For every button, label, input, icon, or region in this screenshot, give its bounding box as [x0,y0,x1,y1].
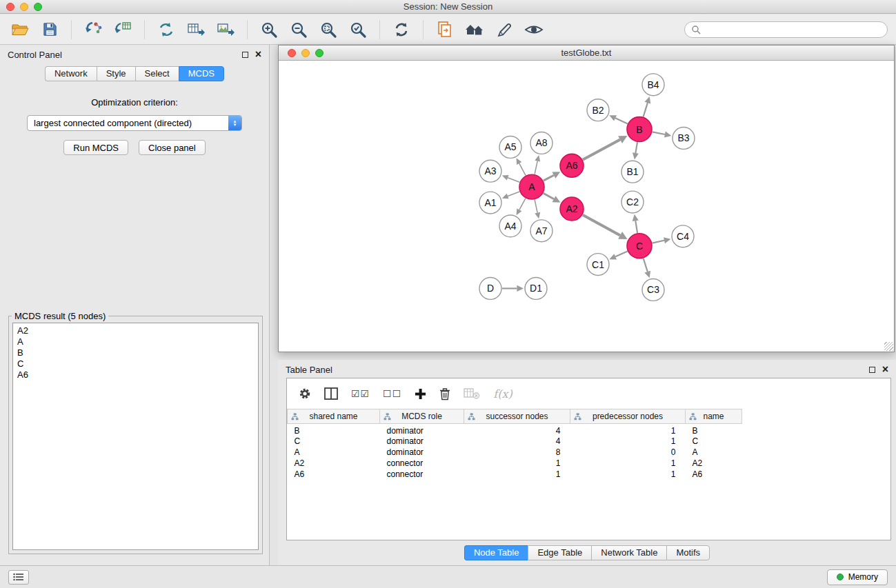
tab-select[interactable]: Select [135,66,179,81]
table-row[interactable]: A2connector11A2 [288,458,891,469]
graph-node[interactable]: B [627,117,652,142]
graph-edge[interactable] [544,172,560,181]
result-item[interactable]: A6 [17,369,254,381]
table-cell[interactable]: 1 [570,469,686,480]
column-header[interactable]: shared name [288,409,380,424]
table-cell[interactable]: 1 [570,458,686,469]
graph-edge[interactable] [609,115,628,123]
float-panel-icon[interactable] [242,52,248,58]
table-cell[interactable]: dominator [380,436,464,447]
graph-edge[interactable] [633,214,639,233]
add-column-button[interactable] [415,388,426,400]
search-box[interactable] [684,21,888,38]
result-item[interactable]: C [17,358,254,369]
zoom-selected-button[interactable] [346,17,370,43]
tab-node-table[interactable]: Node Table [464,545,528,560]
open-file-button[interactable] [8,17,32,43]
function-builder-button[interactable]: f(x) [493,387,512,401]
graph-node[interactable]: D1 [525,278,547,300]
graph-node[interactable]: C3 [642,279,664,301]
export-table-button[interactable] [184,17,208,43]
duplicate-network-button[interactable] [433,17,457,43]
graph-edge[interactable] [644,258,650,278]
tab-edge-table[interactable]: Edge Table [528,545,591,560]
table-cell[interactable]: A6 [288,469,380,480]
network-canvas[interactable]: B4B2BB3A5A8A6B1A3AC2A1A2A4A7C4CC1C3DD1 [279,61,894,352]
tab-network[interactable]: Network [45,66,97,81]
close-network-button[interactable] [288,49,296,57]
graph-node[interactable]: B4 [642,74,664,96]
graph-edge[interactable] [583,136,628,160]
table-cell[interactable]: A6 [686,469,742,480]
table-cell[interactable]: 1 [570,424,686,436]
graph-edge[interactable] [644,97,651,116]
graph-node[interactable]: A1 [479,192,501,214]
tab-motifs[interactable]: Motifs [666,545,710,560]
minimize-window-button[interactable] [20,3,28,11]
graph-edge[interactable] [633,142,639,159]
deselect-all-button[interactable]: ☐☐ [383,388,401,399]
graph-node[interactable]: B1 [621,161,644,183]
import-network-button[interactable] [81,17,105,43]
table-cell[interactable]: A [288,447,380,458]
resize-grip-icon[interactable] [884,342,893,351]
close-panel-icon[interactable]: × [255,49,261,60]
table-cell[interactable]: C [288,436,380,447]
zoom-fit-button[interactable] [317,17,340,43]
table-cell[interactable]: 1 [464,469,570,480]
graph-edge[interactable] [517,199,526,215]
minimize-network-button[interactable] [301,49,310,57]
network-window-titlebar[interactable]: testGlobe.txt [279,45,894,61]
close-window-button[interactable] [6,3,14,11]
table-cell[interactable]: A [686,447,742,458]
memory-button[interactable]: Memory [827,569,888,585]
graph-node[interactable]: C2 [621,191,644,213]
zoom-in-button[interactable] [257,17,281,43]
column-header[interactable]: successor nodes [464,409,570,424]
criterion-dropdown[interactable]: largest connected component (directed) ▲… [27,115,242,131]
graph-node[interactable]: A2 [560,197,584,221]
graph-edge[interactable] [583,215,628,239]
network-view-window[interactable]: testGlobe.txt B4B2BB3A5A8A6B1A3AC2A1A2A4… [278,45,895,352]
graph-edge[interactable] [502,175,520,182]
table-row[interactable]: Adominator80A [288,447,891,458]
result-item[interactable]: B [17,347,254,358]
graph-node[interactable]: A5 [499,136,521,158]
graph-node[interactable]: D [479,278,501,300]
show-hide-button[interactable] [522,17,546,43]
table-row[interactable]: Cdominator41C [288,436,891,447]
table-cell[interactable]: dominator [380,424,464,436]
table-cell[interactable]: 4 [464,436,570,447]
graph-node[interactable]: C [627,234,652,258]
float-table-panel-icon[interactable] [869,367,875,373]
graph-edge[interactable] [502,285,524,292]
graph-edge[interactable] [609,251,627,259]
table-cell[interactable]: 8 [464,447,570,458]
search-input[interactable] [704,24,881,34]
export-network-button[interactable] [155,17,178,43]
table-cell[interactable]: B [686,424,742,436]
zoom-network-button[interactable] [315,49,323,57]
graph-node[interactable]: A7 [530,220,552,242]
annotation-button[interactable] [492,17,516,43]
graph-node[interactable]: C1 [587,254,609,276]
zoom-window-button[interactable] [34,3,42,11]
save-session-button[interactable] [38,17,61,43]
graph-node[interactable]: B2 [587,99,609,121]
table-cell[interactable]: 1 [464,458,570,469]
table-cell[interactable]: connector [380,469,464,480]
task-history-button[interactable] [8,570,29,585]
graph-node[interactable]: A3 [479,160,501,182]
column-header[interactable]: MCDS role [380,409,464,424]
table-cell[interactable]: A2 [686,458,742,469]
graph-node[interactable]: A [519,174,544,199]
graph-node[interactable]: A8 [530,132,552,154]
table-cell[interactable]: connector [380,458,464,469]
graph-edge[interactable] [535,155,540,174]
delete-table-button[interactable] [464,387,480,400]
close-panel-button[interactable]: Close panel [139,140,206,155]
graph-edge[interactable] [653,237,671,243]
home-views-button[interactable] [463,17,486,43]
graph-edge[interactable] [517,158,526,175]
graph-node[interactable]: A4 [499,215,521,237]
